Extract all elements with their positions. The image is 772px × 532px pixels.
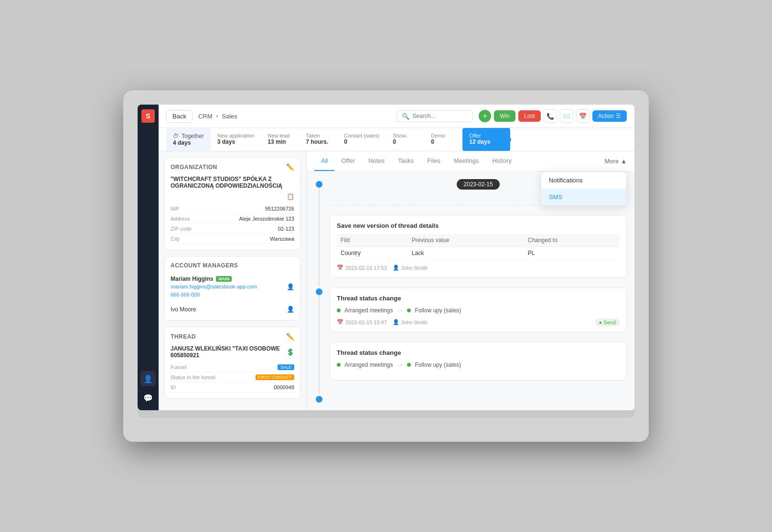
- send-badge-container: ● Send: [595, 319, 620, 325]
- feed-content: 2023-02-15 Save new version of thread de…: [330, 179, 627, 403]
- thread-status-row: Status in the funnel FIRST CONTACT: [171, 372, 294, 383]
- win-button[interactable]: Win: [494, 110, 515, 122]
- lost-button[interactable]: Lost: [518, 110, 541, 122]
- address-label: Address: [171, 216, 190, 222]
- tab-tasks[interactable]: Tasks: [391, 151, 420, 171]
- organization-edit-icon[interactable]: ✏️: [286, 163, 294, 171]
- app-logo[interactable]: S: [141, 109, 155, 123]
- tab-notes[interactable]: Notes: [362, 151, 391, 171]
- pipeline-item-offer[interactable]: Offer 12 days: [462, 128, 510, 151]
- send-badge: ● Send: [595, 319, 620, 326]
- breadcrumb: CRM • Sales: [198, 113, 237, 120]
- breadcrumb-crm[interactable]: CRM: [198, 113, 213, 120]
- field-nip: NIP 9512206726: [171, 204, 294, 214]
- status2-flow: Arranged meetings → Follow upy (sales): [337, 361, 620, 369]
- dropdown-sms[interactable]: SMS: [541, 189, 626, 205]
- mariam-user-icon: 👤: [287, 283, 294, 290]
- tab-files[interactable]: Files: [420, 151, 447, 171]
- action-button[interactable]: Action ☰: [592, 110, 627, 122]
- search-icon: 🔍: [402, 113, 409, 120]
- date-chip: 2023-02-15: [457, 179, 499, 190]
- pipeline-item-taken[interactable]: Taken 7 hours.: [299, 128, 337, 151]
- user-meta-icon1: 👤: [393, 265, 399, 271]
- breadcrumb-sep: •: [216, 113, 218, 120]
- calendar-icon-button[interactable]: 📅: [576, 109, 590, 123]
- taken-value: 7 hours.: [306, 138, 331, 145]
- add-button[interactable]: +: [479, 110, 491, 122]
- show-label: Show..: [393, 133, 418, 138]
- tab-history[interactable]: History: [486, 151, 518, 171]
- mariam-phone[interactable]: 666 666 009: [171, 292, 200, 298]
- nav-user-icon[interactable]: 👤: [140, 371, 156, 386]
- pipeline-item-new-lead[interactable]: New lead 13 min: [261, 128, 299, 151]
- to-status-label1: Follow upy (sales): [415, 307, 461, 314]
- nav-chat-icon[interactable]: 💬: [140, 390, 156, 405]
- tab-meetings[interactable]: Meetings: [447, 151, 486, 171]
- nip-value: 9512206726: [265, 206, 294, 212]
- thread-money-icon[interactable]: 💲: [286, 348, 294, 356]
- manager-ivo: Ivo Moore 👤: [171, 304, 294, 315]
- thread-card: Thread ✏️ JANUSZ WLEKLIŃSKI "TAXI OSOBOW…: [164, 327, 300, 399]
- search-input[interactable]: [412, 113, 468, 119]
- org-copy-icon[interactable]: 📋: [287, 193, 294, 200]
- phone-icon-button[interactable]: 📞: [544, 109, 557, 123]
- taken-label: Taken: [306, 133, 331, 138]
- status-badge: FIRST CONTACT: [256, 374, 294, 380]
- left-panel: Organization ✏️ "WITCHCRAFT STUDIOS" SPÓ…: [159, 151, 307, 410]
- tab-all[interactable]: All: [314, 151, 334, 171]
- action-label: Action: [598, 113, 614, 119]
- header-actions: + Win Lost 📞 ✉️ 📅 Action ☰: [479, 109, 627, 123]
- organization-title: Organization: [171, 164, 217, 170]
- new-lead-value: 13 min: [268, 138, 292, 145]
- breadcrumb-sales[interactable]: Sales: [222, 113, 237, 120]
- pipeline-item-together[interactable]: ⏱ Together 4 days: [166, 128, 211, 151]
- from-status-dot2: [337, 363, 341, 367]
- feed-entry-status1: Thread status change Arranged meetings →…: [330, 287, 627, 332]
- pipeline-item-next[interactable]: [510, 128, 529, 151]
- back-button[interactable]: Back: [166, 110, 193, 123]
- feed-dot-3: [316, 396, 322, 403]
- action-menu-icon: ☰: [616, 113, 621, 119]
- together-icon: ⏱: [173, 133, 179, 139]
- thread-edit-icon[interactable]: ✏️: [286, 333, 294, 340]
- more-label: More: [605, 158, 619, 165]
- change-new: PL: [524, 247, 620, 260]
- search-box[interactable]: 🔍: [397, 110, 473, 122]
- pipeline-item-demo[interactable]: Demo 0: [424, 128, 462, 151]
- table-row: Country Lack PL: [337, 247, 620, 260]
- zipcode-label: ZIP code: [171, 226, 192, 232]
- status-label: Status in the funnel: [171, 374, 215, 380]
- together-value: 4 days: [173, 139, 204, 146]
- id-label: ID: [171, 384, 176, 390]
- contact-sales-label: Contact (sales): [344, 133, 379, 138]
- pipeline-item-contact-sales[interactable]: Contact (sales) 0: [337, 128, 386, 151]
- organization-card: Organization ✏️ "WITCHCRAFT STUDIOS" SPÓ…: [164, 157, 300, 250]
- email-icon-button[interactable]: ✉️: [560, 109, 573, 123]
- feed-area: 2023-02-15 Save new version of thread de…: [307, 171, 634, 410]
- pipeline-item-new-application[interactable]: New application 3 days: [211, 128, 261, 151]
- thread-header: Thread ✏️: [171, 333, 294, 340]
- entry2-user: 👤 John Smith: [393, 319, 428, 325]
- managers-header: Account managers: [171, 262, 294, 269]
- dropdown-notifications[interactable]: Notifications: [541, 172, 626, 189]
- entry2-user-text: John Smith: [401, 319, 428, 325]
- thread-id-row: ID 0000948: [171, 383, 294, 393]
- organization-name: "WITCHCRAFT STUDIOS" SPÓŁKA Z OGRANICZON…: [171, 176, 294, 189]
- thread-funnel-row: Funnel SALE: [171, 362, 294, 372]
- feed-dot-1: [316, 181, 322, 188]
- main-badge: MAIN: [216, 276, 232, 282]
- city-label: City: [171, 236, 180, 242]
- field-address: Address Aleje Jerozolimskie 123: [171, 214, 294, 224]
- thread-name: JANUSZ WLEKLIŃSKI "TAXI OSOBOWE 60585092…: [171, 345, 286, 359]
- calendar-meta-icon2: 📅: [337, 319, 343, 325]
- more-dropdown-trigger[interactable]: More ▲: [605, 152, 627, 170]
- feed-entry2-meta: 📅 2023-02-15 15:47 👤 John Smith ● Send: [337, 319, 620, 325]
- ivo-user-icon: 👤: [287, 306, 294, 313]
- pipeline-item-show[interactable]: Show.. 0: [386, 128, 424, 151]
- offer-label: Offer: [469, 133, 504, 138]
- mariam-email[interactable]: mariam.higgins@salesbook-app.com: [171, 284, 257, 289]
- tab-offer[interactable]: Offer: [334, 151, 362, 171]
- contact-sales-value: 0: [344, 138, 379, 145]
- feed-entry-status2: Thread status change Arranged meetings →…: [330, 342, 627, 381]
- right-panel: All Offer Notes Tasks Files Meetings His…: [307, 151, 634, 410]
